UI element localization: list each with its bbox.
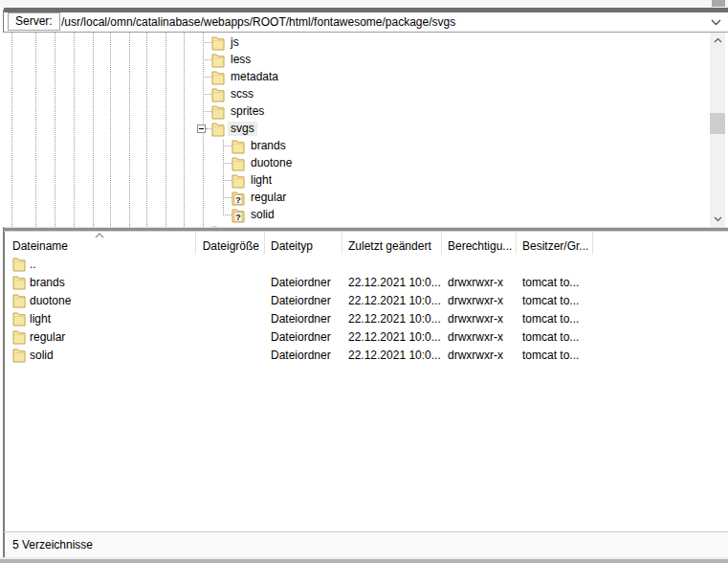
tree-connector [223,214,232,215]
tree-item-label[interactable]: sprites [228,104,267,119]
tree-connector [223,146,232,146]
table-row[interactable]: solidDateiordner22.12.2021 10:0...drwxrw… [5,346,728,364]
folder-icon [232,173,245,189]
tree-item-metadata[interactable]: metadata [0,69,707,86]
file-name: brands [30,276,65,289]
tree-item-less[interactable]: less [0,52,707,69]
tree-item-label[interactable]: solid [248,208,277,222]
table-row[interactable]: duotoneDateiordner22.12.2021 10:0...drwx… [5,291,728,309]
cell-owner: tomcat to... [517,276,593,289]
folder-icon [232,139,245,154]
cell-modified: 22.12.2021 10:0... [342,349,442,362]
sort-ascending-icon [95,233,104,238]
svg-text:?: ? [235,213,241,222]
column-header-5[interactable]: Besitzer/Gr... [517,232,593,255]
status-bar: 5 Verzeichnisse [5,532,728,557]
cell-permissions: drwxrwxr-x [442,294,517,307]
tree-panel: jslessmetadatascssspritessvgsbrandsduoto… [0,33,728,227]
column-header-filler [593,232,728,255]
scroll-up-button[interactable] [710,33,725,48]
file-name: solid [30,349,54,362]
tree-item-label[interactable]: scss [228,87,256,101]
folder-icon [211,122,225,137]
tree-item-label[interactable]: svgs [228,122,257,136]
cell-name: duotone [5,293,196,308]
folder-icon [12,311,26,327]
cell-name: brands [5,275,196,290]
cell-owner: tomcat to... [517,294,593,307]
table-row[interactable]: .. [5,255,728,273]
tree-item-solid[interactable]: ?solid [0,207,707,224]
tree-item-label[interactable]: duotone [248,156,295,170]
tree-item-label[interactable]: light [248,173,275,188]
folder-icon [211,104,225,120]
top-strip-fragment [712,0,725,7]
collapse-expander-icon[interactable] [197,124,206,133]
folder-icon [232,156,245,171]
file-name: .. [30,258,36,271]
server-path-combobox[interactable]: /usr/local/omn/catalinabase/webapps/ROOT… [61,15,455,30]
tree-item-label[interactable]: regular [248,191,289,205]
chevron-up-icon [714,37,722,43]
folder-icon [12,293,26,308]
tree-item-label[interactable]: metadata [228,70,281,84]
column-header-2[interactable]: Dateityp [265,232,342,255]
column-header-1[interactable]: Dateigröße [196,232,265,255]
tree-connector [203,111,211,112]
chevron-down-icon [714,216,722,222]
tree-connector [223,180,232,181]
tree-item-sprites[interactable]: sprites [0,103,707,121]
top-strip [0,0,728,8]
cell-owner: tomcat to... [517,312,593,326]
tree-item-regular[interactable]: ?regular [0,190,707,207]
folder-icon [12,348,26,363]
file-name: light [30,312,51,326]
table-row[interactable]: regularDateiordner22.12.2021 10:0...drwx… [5,327,728,346]
tree-connector [223,197,232,198]
cell-type: Dateiordner [265,349,342,362]
column-header-3[interactable]: Zuletzt geändert [342,232,442,255]
cell-permissions: drwxrwxr-x [442,349,517,362]
svg-text:?: ? [235,195,241,205]
folder-icon [12,329,26,345]
cell-modified: 22.12.2021 10:0... [342,330,442,344]
status-text: 5 Verzeichnisse [12,538,93,552]
cell-modified: 22.12.2021 10:0... [342,294,442,307]
column-header-4[interactable]: Berechtigu... [442,232,517,255]
cell-type: Dateiordner [265,276,342,289]
tree-item-label[interactable]: less [228,53,254,67]
tree-connector [203,59,211,60]
cell-type: Dateiordner [265,312,342,326]
cell-permissions: drwxrwxr-x [442,312,517,326]
cell-owner: tomcat to... [517,349,593,362]
folder-icon [211,87,225,102]
file-name: regular [30,330,65,344]
tree-connector [203,42,211,43]
tree-item-brands[interactable]: brands [0,138,707,155]
file-list-header: DateinameDateigrößeDateitypZuletzt geänd… [5,232,728,255]
cell-name: .. [5,257,196,272]
tree-item-label[interactable]: js [228,35,242,50]
folder-icon [211,70,225,85]
chevron-down-icon[interactable] [711,19,721,26]
table-row[interactable]: lightDateiordner22.12.2021 10:0...drwxrw… [5,309,728,327]
tree-item-scss[interactable]: scss [0,86,707,103]
scroll-down-button[interactable] [710,212,725,227]
file-list: ..brandsDateiordner22.12.2021 10:0...drw… [5,255,728,531]
cell-modified: 22.12.2021 10:0... [342,276,442,289]
file-manager-window: Server: /usr/local/omn/catalinabase/weba… [0,0,728,563]
tree-item-js[interactable]: js [0,34,707,52]
cell-owner: tomcat to... [517,330,593,344]
tree-item-label[interactable]: brands [248,139,289,153]
cell-permissions: drwxrwxr-x [442,330,517,344]
table-row[interactable]: brandsDateiordner22.12.2021 10:0...drwxr… [5,273,728,291]
tree-item-light[interactable]: light [0,172,707,190]
cell-name: regular [5,329,196,345]
tree-connector [203,77,211,78]
folder-question-icon: ? [232,191,245,206]
tree-scrollbar[interactable] [710,33,725,227]
tree-item-duotone[interactable]: duotone [0,155,707,172]
tree-item-svgs[interactable]: svgs [0,121,707,138]
folder-icon [211,35,225,51]
scrollbar-thumb[interactable] [710,113,725,134]
